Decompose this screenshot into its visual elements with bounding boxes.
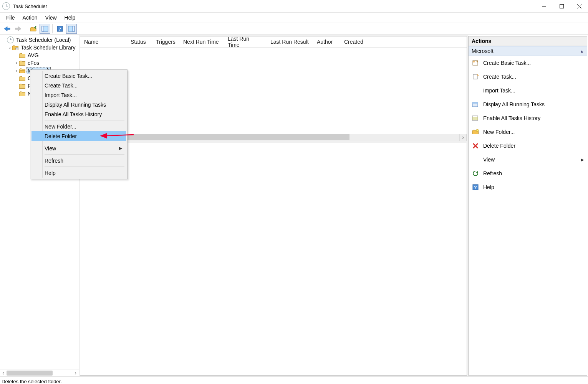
ctx-display-running[interactable]: Display All Running Tasks [31, 100, 126, 109]
column-next-run-time[interactable]: Next Run Time [179, 39, 224, 45]
titlebar: Task Scheduler [0, 0, 588, 13]
folder-icon [19, 84, 25, 89]
context-menu-separator [45, 142, 124, 142]
tree-root[interactable]: Task Scheduler (Local) [0, 36, 79, 44]
expander-icon[interactable] [14, 60, 19, 66]
tree-library[interactable]: Task Scheduler Library [0, 44, 79, 51]
action-enable-history[interactable]: Enable All Tasks History [469, 111, 587, 125]
menu-action[interactable]: Action [19, 14, 41, 21]
actions-section-label: Microsoft [472, 48, 494, 54]
actions-pane-icon [68, 26, 75, 32]
show-tree-button[interactable] [40, 24, 50, 34]
tree-folder-avg[interactable]: AVG [0, 51, 79, 59]
column-author[interactable]: Author [313, 39, 340, 45]
help-button[interactable]: ? [55, 24, 65, 34]
up-folder-button[interactable] [28, 24, 39, 34]
submenu-arrow-icon: ▶ [581, 157, 584, 162]
ctx-label: Enable All Tasks History [45, 111, 102, 117]
column-triggers[interactable]: Triggers [152, 39, 179, 45]
delete-icon [472, 142, 479, 149]
submenu-arrow-icon: ▶ [119, 146, 122, 151]
ctx-view[interactable]: View ▶ [31, 143, 126, 153]
tree-pane-icon [41, 26, 48, 32]
action-label: Refresh [483, 170, 502, 176]
tree-folder-label: cFos [27, 60, 40, 66]
tree-horizontal-scrollbar[interactable]: ‹ › [0, 369, 79, 376]
ctx-label: Create Task... [45, 82, 78, 89]
toolbar: ? [0, 23, 588, 35]
ctx-create-basic-task[interactable]: Create Basic Task... [31, 71, 126, 81]
task-list-horizontal-scrollbar[interactable]: › [80, 134, 467, 141]
menu-file[interactable]: File [2, 14, 19, 21]
task-list: Name Status Triggers Next Run Time Last … [80, 36, 467, 141]
menu-help[interactable]: Help [61, 14, 80, 21]
actions-section-header[interactable]: Microsoft ▲ [469, 46, 587, 56]
toolbar-separator [26, 24, 26, 33]
ctx-create-task[interactable]: Create Task... [31, 81, 126, 90]
ctx-new-folder[interactable]: New Folder... [31, 122, 126, 131]
scroll-track[interactable] [80, 134, 459, 141]
column-created[interactable]: Created [340, 39, 371, 45]
expander-icon[interactable] [14, 68, 19, 74]
menubar: File Action View Help [0, 13, 588, 23]
maximize-button[interactable] [553, 0, 570, 12]
column-last-run-time[interactable]: Last Run Time [224, 36, 267, 48]
svg-text:?: ? [59, 26, 61, 32]
context-menu-separator [45, 120, 124, 120]
scroll-track[interactable] [7, 370, 72, 376]
action-label: View [483, 157, 495, 163]
task-list-body[interactable] [80, 48, 467, 134]
menu-view[interactable]: View [41, 14, 60, 21]
svg-rect-12 [73, 26, 75, 31]
help-icon: ? [56, 26, 63, 32]
wizard-icon [472, 59, 479, 66]
column-last-run-result[interactable]: Last Run Result [267, 39, 313, 45]
action-refresh[interactable]: Refresh [469, 166, 587, 180]
ctx-label: Display All Running Tasks [45, 102, 106, 108]
forward-button[interactable] [13, 24, 24, 34]
close-button[interactable] [570, 0, 588, 12]
blank-icon [472, 87, 479, 94]
toolbar-separator [52, 24, 53, 33]
action-view[interactable]: View ▶ [469, 153, 587, 166]
tree-folder-cfos[interactable]: cFos [0, 59, 79, 67]
forward-arrow-icon [15, 26, 22, 32]
ctx-refresh[interactable]: Refresh [31, 156, 126, 165]
column-name[interactable]: Name [80, 39, 127, 45]
action-label: New Folder... [483, 129, 515, 135]
history-icon [472, 115, 479, 122]
ctx-import-task[interactable]: Import Task... [31, 90, 126, 100]
ctx-enable-history[interactable]: Enable All Tasks History [31, 109, 126, 119]
ctx-label: New Folder... [45, 124, 76, 130]
ctx-label: Import Task... [45, 92, 77, 98]
action-display-running[interactable]: Display All Running Tasks [469, 97, 587, 111]
action-create-basic-task[interactable]: Create Basic Task... [469, 56, 587, 70]
action-label: Display All Running Tasks [483, 101, 545, 107]
column-status[interactable]: Status [127, 39, 152, 45]
action-new-folder[interactable]: New Folder... [469, 125, 587, 139]
action-create-task[interactable]: Create Task... [469, 70, 587, 84]
back-button[interactable] [2, 24, 12, 34]
scroll-right-button[interactable]: › [72, 370, 79, 376]
action-delete-folder[interactable]: Delete Folder [469, 139, 587, 153]
show-actions-button[interactable] [66, 24, 77, 34]
task-detail-pane [80, 143, 467, 376]
ctx-delete-folder[interactable]: Delete Folder [31, 131, 126, 141]
actions-header: Actions [469, 36, 587, 46]
ctx-label: Refresh [45, 158, 63, 164]
tree-root-label: Task Scheduler (Local) [15, 37, 71, 43]
minimize-button[interactable] [535, 0, 553, 12]
ctx-help[interactable]: Help [31, 168, 126, 178]
action-help[interactable]: ? Help [469, 180, 587, 194]
svg-marker-27 [476, 171, 478, 173]
refresh-icon [472, 170, 479, 177]
expander-icon[interactable] [7, 45, 12, 50]
svg-marker-17 [477, 74, 479, 76]
scroll-right-button[interactable]: › [459, 134, 467, 141]
action-label: Create Task... [483, 74, 516, 80]
action-import-task[interactable]: Import Task... [469, 84, 587, 97]
scroll-left-button[interactable]: ‹ [0, 370, 7, 376]
new-folder-icon [472, 129, 479, 135]
action-label: Delete Folder [483, 143, 515, 149]
scroll-thumb[interactable] [7, 371, 53, 376]
